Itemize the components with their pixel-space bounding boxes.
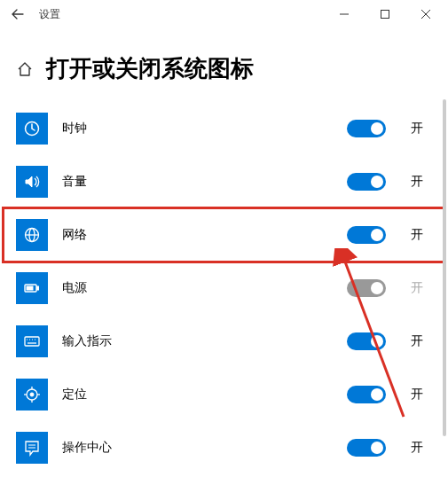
toggle-power: [347, 279, 386, 297]
list-item-clock: 时钟 开: [16, 102, 432, 155]
toggle-knob: [371, 335, 383, 348]
close-icon: [421, 10, 430, 19]
toggle-state-label: 开: [411, 387, 432, 403]
list-item-power: 电源 开: [16, 262, 432, 315]
list-item-volume: 音量 开: [16, 155, 432, 208]
back-button[interactable]: [2, 0, 34, 28]
toggle-clock[interactable]: [347, 120, 386, 137]
toggle-knob: [371, 388, 383, 401]
toggle-knob: [371, 176, 383, 188]
page-header: 打开或关闭系统图标: [0, 28, 448, 102]
clock-icon: [16, 113, 48, 145]
toggle-action-center[interactable]: [347, 439, 386, 457]
list-item-input-indicator: 输入指示 开: [16, 315, 432, 368]
window-title: 设置: [34, 7, 60, 22]
maximize-button[interactable]: [365, 0, 405, 28]
svg-rect-10: [27, 286, 33, 290]
window-titlebar: 设置: [0, 0, 448, 28]
list-item-location: 定位 开: [16, 368, 432, 421]
page-title: 打开或关闭系统图标: [46, 53, 254, 84]
minimize-button[interactable]: [324, 0, 365, 28]
scrollbar[interactable]: [443, 99, 446, 436]
item-label: 网络: [62, 227, 333, 243]
power-icon: [16, 272, 48, 304]
minimize-icon: [340, 10, 349, 19]
toggle-knob: [371, 442, 383, 454]
list-item-action-center: 操作中心 开: [16, 421, 432, 474]
location-icon: [16, 379, 48, 411]
item-label: 定位: [62, 387, 333, 403]
toggle-state-label: 开: [411, 121, 432, 137]
toggle-network[interactable]: [347, 226, 386, 244]
svg-rect-1: [381, 11, 389, 19]
home-button[interactable]: [16, 60, 34, 78]
toggle-state-label: 开: [411, 174, 432, 190]
toggle-knob: [371, 282, 383, 294]
action-center-icon: [16, 432, 48, 464]
input-indicator-icon: [16, 325, 48, 357]
svg-rect-9: [37, 286, 39, 290]
system-icons-list: 时钟 开 音量 开 网络 开 电源 开 输入指示 开: [0, 102, 448, 474]
network-icon: [16, 219, 48, 251]
item-label: 操作中心: [62, 440, 333, 456]
svg-rect-11: [25, 337, 39, 346]
item-label: 输入指示: [62, 333, 333, 349]
toggle-state-label: 开: [411, 440, 432, 456]
close-button[interactable]: [405, 0, 446, 28]
toggle-knob: [371, 229, 383, 241]
list-item-network: 网络 开: [4, 208, 444, 262]
home-icon: [17, 61, 33, 77]
toggle-state-label: 开: [411, 227, 432, 243]
volume-icon: [16, 166, 48, 198]
item-label: 时钟: [62, 121, 333, 137]
item-label: 音量: [62, 174, 333, 190]
item-label: 电源: [62, 280, 333, 296]
svg-point-18: [30, 393, 34, 396]
toggle-state-label: 开: [411, 333, 432, 349]
toggle-knob: [371, 122, 383, 135]
toggle-state-label: 开: [411, 280, 432, 296]
toggle-location[interactable]: [347, 386, 386, 403]
maximize-icon: [381, 10, 389, 19]
back-arrow-icon: [12, 8, 24, 20]
toggle-volume[interactable]: [347, 173, 386, 191]
toggle-input-indicator[interactable]: [347, 332, 386, 350]
